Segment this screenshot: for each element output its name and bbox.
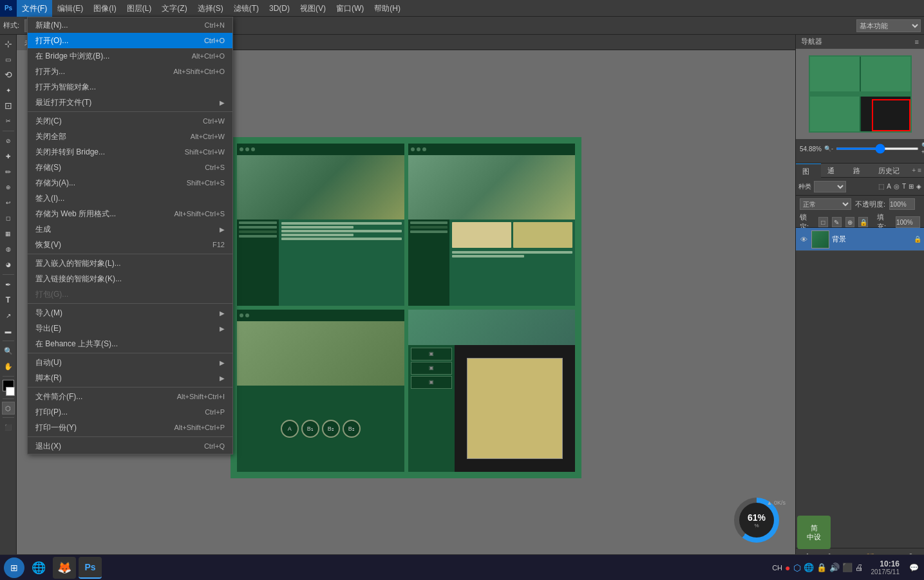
menu-open-as[interactable]: 打开为... Alt+Shift+Ctrl+O	[28, 64, 232, 79]
menu-print-one[interactable]: 打印一份(Y) Alt+Shift+Ctrl+P	[28, 420, 232, 435]
menu-save[interactable]: 存储(S) Ctrl+S	[28, 160, 232, 175]
menu-revert[interactable]: 恢复(V) F12	[28, 237, 232, 252]
menu-save-web[interactable]: 存储为 Web 所用格式... Alt+Shift+Ctrl+S	[28, 206, 232, 221]
sep-5	[28, 387, 232, 388]
menu-import[interactable]: 导入(M) ▶	[28, 305, 232, 321]
menu-checkin[interactable]: 签入(I)...	[28, 191, 232, 206]
menu-save-as[interactable]: 存储为(A)... Shift+Ctrl+S	[28, 175, 232, 191]
menu-close-bridge[interactable]: 关闭并转到 Bridge... Shift+Ctrl+W	[28, 144, 232, 160]
menu-scripts[interactable]: 脚本(R) ▶	[28, 370, 232, 386]
menu-new[interactable]: 新建(N)... Ctrl+N	[28, 17, 232, 33]
menu-generate[interactable]: 生成 ▶	[28, 221, 232, 237]
menu-close[interactable]: 关闭(C) Ctrl+W	[28, 113, 232, 129]
sep-2	[28, 254, 232, 254]
menu-quit[interactable]: 退出(X) Ctrl+Q	[28, 438, 232, 454]
menu-automate[interactable]: 自动(U) ▶	[28, 355, 232, 370]
dropdown-overlay[interactable]: 新建(N)... Ctrl+N 打开(O)... Ctrl+O 在 Bridge…	[0, 0, 924, 580]
sep-6	[28, 436, 232, 437]
menu-behance[interactable]: 在 Behance 上共享(S)...	[28, 336, 232, 351]
menu-place-linked[interactable]: 置入链接的智能对象(K)...	[28, 271, 232, 286]
menu-close-all[interactable]: 关闭全部 Alt+Ctrl+W	[28, 129, 232, 144]
menu-place-embedded[interactable]: 置入嵌入的智能对象(L)...	[28, 256, 232, 271]
menu-open[interactable]: 打开(O)... Ctrl+O	[28, 33, 232, 48]
sep-1	[28, 111, 232, 112]
menu-package: 打包(G)...	[28, 286, 232, 302]
menu-file-info[interactable]: 文件简介(F)... Alt+Shift+Ctrl+I	[28, 389, 232, 404]
menu-print[interactable]: 打印(P)... Ctrl+P	[28, 404, 232, 420]
sep-4	[28, 353, 232, 353]
sep-3	[28, 303, 232, 304]
menu-recent[interactable]: 最近打开文件(T) ▶	[28, 95, 232, 110]
file-menu: 新建(N)... Ctrl+N 打开(O)... Ctrl+O 在 Bridge…	[27, 17, 233, 454]
menu-open-smart[interactable]: 打开为智能对象...	[28, 79, 232, 95]
menu-export[interactable]: 导出(E) ▶	[28, 321, 232, 336]
menu-bridge-browse[interactable]: 在 Bridge 中浏览(B)... Alt+Ctrl+O	[28, 48, 232, 64]
